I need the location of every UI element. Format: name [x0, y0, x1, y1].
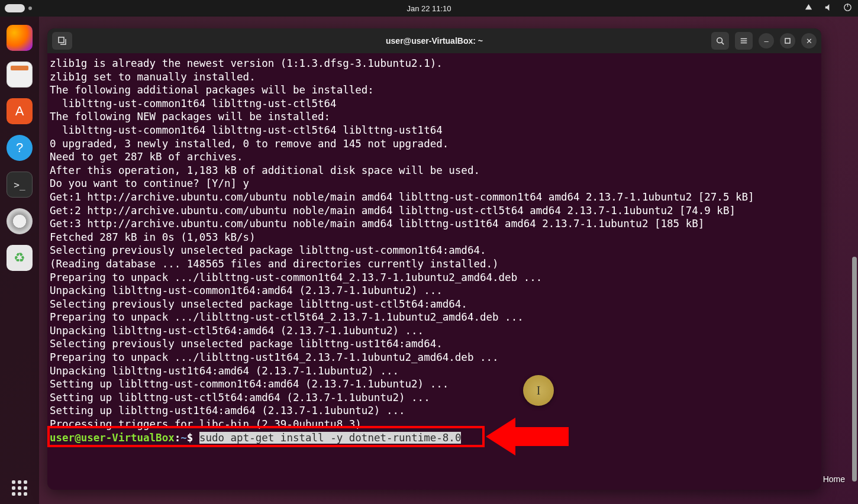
desktop-home-label[interactable]: Home [823, 474, 845, 484]
new-tab-button[interactable] [52, 32, 72, 50]
hamburger-menu-button[interactable] [735, 32, 753, 50]
workspace-dot [28, 7, 32, 10]
dock-disk[interactable] [7, 208, 33, 234]
dock-show-apps[interactable] [12, 480, 27, 496]
terminal-content[interactable]: zlib1g is already the newest version (1:… [47, 53, 821, 490]
text-cursor-icon: I [537, 384, 541, 398]
svg-rect-2 [59, 37, 64, 43]
svg-rect-1 [847, 4, 848, 7]
gnome-top-bar: Jan 22 11:10 [0, 0, 858, 17]
titlebar: user@user-VirtualBox: ~ – ✕ [47, 28, 821, 53]
window-title: user@user-VirtualBox: ~ [386, 36, 483, 46]
dock-files[interactable] [7, 62, 33, 88]
dock: A ? >_ ♻ [0, 17, 39, 504]
dock-help[interactable]: ? [7, 135, 33, 161]
clock[interactable]: Jan 22 11:10 [407, 4, 451, 13]
annotation-cursor-highlight: I [523, 375, 554, 406]
terminal-scrollbar[interactable] [852, 257, 857, 482]
maximize-button[interactable] [780, 33, 795, 49]
dock-firefox[interactable] [7, 25, 33, 51]
terminal-window: user@user-VirtualBox: ~ – ✕ zlib1g is al… [47, 28, 821, 490]
volume-icon[interactable] [824, 3, 833, 14]
svg-rect-4 [785, 38, 790, 43]
dock-trash[interactable]: ♻ [7, 245, 33, 271]
close-button[interactable]: ✕ [801, 33, 817, 49]
svg-point-3 [717, 38, 722, 43]
minimize-button[interactable]: – [759, 33, 774, 49]
dock-software-store[interactable]: A [7, 98, 33, 124]
activities-pill[interactable] [5, 4, 25, 12]
activities-area[interactable] [0, 4, 32, 12]
dock-terminal[interactable]: >_ [7, 172, 33, 198]
power-icon[interactable] [843, 3, 852, 14]
network-icon[interactable] [804, 3, 813, 14]
search-button[interactable] [711, 32, 729, 50]
